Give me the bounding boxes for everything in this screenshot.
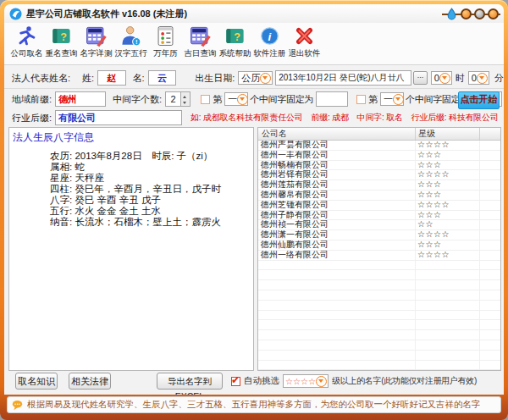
star-rating-cell: ☆☆☆ xyxy=(416,161,480,170)
table-row[interactable] xyxy=(258,290,500,301)
fixed1-ordinal-select[interactable]: 一 xyxy=(224,92,248,106)
toolbar-item-exit[interactable]: 退出软件 xyxy=(287,23,322,59)
start-button[interactable]: 点击开始 xyxy=(458,91,500,109)
fixed1-checkbox[interactable] xyxy=(201,95,210,104)
blank-cell xyxy=(480,220,500,229)
table-row[interactable]: 德州子静有限公司 ☆☆☆ xyxy=(258,211,500,221)
table-row[interactable]: 德州潇一有限公司 ☆☆☆☆ xyxy=(258,230,500,240)
table-row[interactable]: 德州一丰有限公司 ☆☆☆ xyxy=(258,151,500,161)
minimize-button[interactable] xyxy=(461,8,472,19)
fixed1-input[interactable] xyxy=(316,91,348,107)
maximize-button[interactable] xyxy=(474,8,485,19)
fixed2-checkbox[interactable] xyxy=(356,95,366,104)
calc-pencil-icon xyxy=(79,25,113,47)
company-name-cell xyxy=(258,261,416,270)
status-text: 根据周易及现代姓名研究学、生辰八字、三才五格、五行喜用神等多方面，为您的公司取一… xyxy=(27,399,481,411)
threshold-suffix-text: 级以上的名字(此功能仅对注册用户有效) xyxy=(332,375,477,387)
table-row[interactable]: 德州岩铎有限公司 ☆☆☆☆ xyxy=(258,170,500,180)
date-picker-button[interactable]: ... xyxy=(413,71,428,85)
example-text: 如: 成都取名科技有限责任公司 前缀: 成都 中间字: 取名 行业后缀: 科技有… xyxy=(190,112,499,124)
info-icon: i xyxy=(252,25,287,47)
calendar-type-select[interactable]: 公历 xyxy=(238,71,273,85)
star-rating-cell: ☆☆☆ xyxy=(416,191,480,200)
bazi-panel-title: 法人生辰八字信息 xyxy=(9,128,253,145)
up-arrow-icon[interactable] xyxy=(181,92,190,99)
prefix-row: 地域前缀: 德州 中间字个数: 2 第 一 个中间字固定为 第 一 个中间字固定… xyxy=(4,91,504,108)
company-name-cell: 德州莲茄有限公司 xyxy=(258,180,416,190)
table-row[interactable] xyxy=(258,330,500,340)
table-row[interactable] xyxy=(258,320,500,330)
toolbar-item-name-test[interactable]: 名字详测 xyxy=(79,23,113,59)
table-row[interactable]: 德州芝锺有限公司 ☆☆☆☆ xyxy=(258,201,500,211)
table-row[interactable]: 德州馨帛有限公司 ☆☆☆ xyxy=(258,191,500,201)
status-bar: 根据周易及现代姓名研究学、生辰八字、三才五格、五行喜用神等多方面，为您的公司取一… xyxy=(7,396,501,413)
toolbar-label: 公司取名 xyxy=(10,47,43,58)
blank-cell xyxy=(480,191,500,200)
app-window: 星宇公司店铺取名软件 v16.08 (未注册) 公司取名 ? 重名查询 xyxy=(0,0,508,420)
company-name-cell xyxy=(258,280,416,290)
toolbar-item-company-naming[interactable]: 公司取名 xyxy=(9,23,44,59)
toolbar-item-duplicate-check[interactable]: ? 重名查询 xyxy=(44,23,79,59)
table-row[interactable] xyxy=(258,361,500,371)
surname-label: 姓: xyxy=(82,72,94,85)
skin-icon[interactable] xyxy=(445,8,458,20)
table-row[interactable] xyxy=(258,261,500,271)
star-threshold-select[interactable]: ☆☆☆☆ xyxy=(283,374,329,388)
given-name-input[interactable]: 云 xyxy=(148,70,176,86)
surname-input[interactable]: 赵 xyxy=(97,70,125,86)
table-row[interactable] xyxy=(258,340,500,351)
company-name-cell: 德州子静有限公司 xyxy=(258,211,416,220)
related-law-button[interactable]: 相关法律 xyxy=(69,373,111,390)
chevron-down-icon xyxy=(316,376,327,387)
hour-select[interactable]: 0 xyxy=(431,71,452,85)
toolbar-item-hanzi-wuxing[interactable]: ! 汉字五行 xyxy=(113,23,148,59)
star-rating-cell: ☆☆☆ xyxy=(416,151,480,160)
table-row[interactable]: 德州祯一有限公司 ☆☆ xyxy=(258,220,500,230)
minute-select[interactable]: 0 xyxy=(468,71,489,85)
svg-text:?: ? xyxy=(60,31,67,43)
chevron-down-icon xyxy=(260,73,271,84)
toolbar-item-calendar[interactable]: 万年历 xyxy=(148,23,183,59)
birth-date-input[interactable]: 2013年10月2日 癸巳(蛇)八月廿八 xyxy=(275,70,411,86)
table-row[interactable]: 德州一络有限公司 ☆☆☆☆ xyxy=(258,251,500,261)
window-title: 星宇公司店铺取名软件 v16.08 (未注册) xyxy=(26,8,187,20)
table-row[interactable] xyxy=(258,270,500,280)
table-row[interactable]: 德州仙鹏有限公司 ☆☆☆ xyxy=(258,240,500,251)
fixed2-ordinal-select[interactable]: 一 xyxy=(380,92,404,106)
close-button[interactable] xyxy=(488,8,499,19)
fixed1-label-a: 第 xyxy=(213,93,222,106)
table-row[interactable]: 德州莲茄有限公司 ☆☆☆ xyxy=(258,180,500,191)
down-arrow-icon[interactable] xyxy=(181,99,190,106)
fixed2-label-a: 第 xyxy=(368,93,378,106)
blank-cell xyxy=(480,151,500,160)
svg-text:?: ? xyxy=(234,31,240,43)
table-row[interactable] xyxy=(258,280,500,290)
table-row[interactable] xyxy=(258,351,500,361)
table-row[interactable]: 德州严昙有限公司 ☆☆☆☆ xyxy=(258,141,500,151)
mid-count-value: 2 xyxy=(166,92,180,106)
stepper-arrows[interactable] xyxy=(180,92,190,106)
star-rating-cell xyxy=(416,330,480,340)
blank-cell xyxy=(480,141,500,150)
toolbar-item-lucky-day[interactable]: 吉日查询 xyxy=(183,23,218,59)
industry-suffix-input[interactable]: 有限公司 xyxy=(55,110,182,125)
export-excel-button[interactable]: 导出名字到EXCEL xyxy=(157,373,223,390)
titlebar: 星宇公司店铺取名软件 v16.08 (未注册) xyxy=(4,4,504,23)
column-header-star-rating[interactable]: 星级 xyxy=(416,128,480,140)
naming-knowledge-button[interactable]: 取名知识 xyxy=(15,373,58,390)
auto-pick-checkbox[interactable] xyxy=(231,377,240,386)
table-row[interactable] xyxy=(258,301,500,311)
company-name-cell: 德州一络有限公司 xyxy=(258,251,416,260)
region-prefix-input[interactable]: 德州 xyxy=(55,91,106,107)
table-row[interactable]: 德州畅楠有限公司 ☆☆☆ xyxy=(258,161,500,171)
book-question-icon: ? xyxy=(218,25,252,47)
mid-count-stepper[interactable]: 2 xyxy=(165,91,190,107)
company-name-cell xyxy=(258,340,416,350)
table-row[interactable] xyxy=(258,311,500,321)
content-area: 公司取名 ? 重名查询 名字详测 ! 汉字五行 万年历 吉日查询 xyxy=(4,23,504,395)
toolbar-item-help[interactable]: ? 系统帮助 xyxy=(218,23,252,59)
star-rating-cell: ☆☆☆☆ xyxy=(416,170,480,180)
column-header-company-name[interactable]: 公司名 xyxy=(258,128,416,140)
company-name-cell: 德州芝锺有限公司 xyxy=(258,201,416,210)
toolbar-item-register[interactable]: i 软件注册 xyxy=(252,23,287,59)
